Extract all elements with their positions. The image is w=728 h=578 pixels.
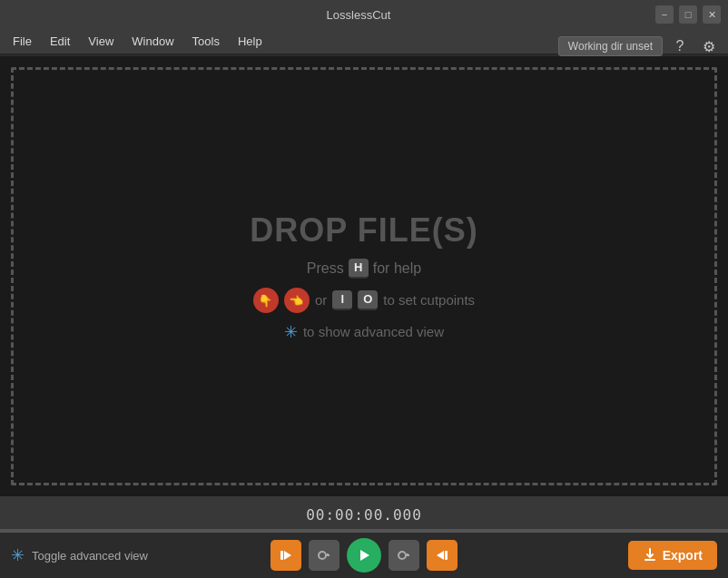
svg-rect-12: [445, 551, 448, 560]
minimize-button[interactable]: −: [655, 5, 674, 24]
left-bracket-icon: 👇: [253, 288, 279, 313]
drop-content: DROP FILE(S) Press H for help 👇 👈: [250, 211, 477, 342]
set-cutpoints-label: to set cutpoints: [383, 292, 475, 308]
menu-window[interactable]: Window: [123, 31, 182, 52]
video-area: DROP FILE(S) Press H for help 👇 👈: [0, 56, 728, 496]
set-start-button[interactable]: [271, 540, 301, 571]
svg-rect-13: [644, 559, 655, 561]
help-button[interactable]: ?: [668, 34, 692, 58]
press-label: Press: [307, 260, 344, 277]
export-label: Export: [663, 548, 703, 563]
menu-view[interactable]: View: [79, 31, 123, 52]
key-left-button[interactable]: [309, 540, 339, 571]
for-help-label: for help: [373, 260, 421, 277]
toggle-advanced-view[interactable]: ✳ Toggle advanced view: [11, 545, 148, 565]
export-button[interactable]: Export: [628, 541, 717, 570]
menu-edit[interactable]: Edit: [41, 31, 79, 52]
settings-button[interactable]: ⚙: [697, 34, 721, 58]
key-right-button[interactable]: [389, 540, 419, 571]
window-controls: − □ ✕: [655, 5, 721, 24]
playback-controls: [271, 538, 457, 573]
or-label: or: [315, 292, 327, 308]
drop-zone[interactable]: DROP FILE(S) Press H for help 👇 👈: [11, 67, 717, 485]
svg-text:👈: 👈: [289, 293, 304, 309]
adv-view-icon: ✳: [11, 545, 25, 565]
svg-marker-11: [437, 551, 444, 560]
i-key: I: [332, 290, 352, 310]
menu-tools[interactable]: Tools: [183, 31, 229, 52]
right-bracket-icon: 👈: [284, 288, 310, 313]
maximize-button[interactable]: □: [679, 5, 697, 24]
svg-marker-3: [284, 551, 291, 560]
press-help-row: Press H for help: [307, 259, 421, 279]
menu-help[interactable]: Help: [229, 31, 271, 52]
svg-text:👇: 👇: [258, 293, 273, 309]
play-button[interactable]: [347, 538, 381, 573]
o-key: O: [358, 290, 378, 310]
svg-point-8: [398, 552, 406, 559]
svg-point-4: [319, 552, 326, 559]
h-key: H: [349, 259, 369, 279]
title-bar: LosslessCut − □ ✕: [0, 0, 728, 29]
svg-marker-7: [360, 550, 369, 561]
close-button[interactable]: ✕: [703, 5, 721, 24]
cutpoints-row: 👇 👈 or I O to set cutpoints: [253, 288, 475, 313]
advanced-icon: ✳: [284, 322, 298, 342]
menu-file[interactable]: File: [4, 31, 41, 52]
advanced-label: to show advanced view: [303, 324, 444, 339]
app-title: LosslessCut: [62, 8, 655, 22]
svg-rect-2: [280, 551, 283, 560]
timecode: 00:00:00.000: [306, 506, 422, 524]
set-end-button[interactable]: [427, 540, 457, 571]
drop-title: DROP FILE(S): [250, 211, 477, 250]
timeline-area: 00:00:00.000: [0, 496, 728, 533]
working-dir-button[interactable]: Working dir unset: [558, 36, 663, 56]
advanced-row: ✳ to show advanced view: [284, 322, 444, 342]
toggle-advanced-label: Toggle advanced view: [32, 549, 148, 563]
bottom-controls: ✳ Toggle advanced view: [0, 533, 728, 578]
